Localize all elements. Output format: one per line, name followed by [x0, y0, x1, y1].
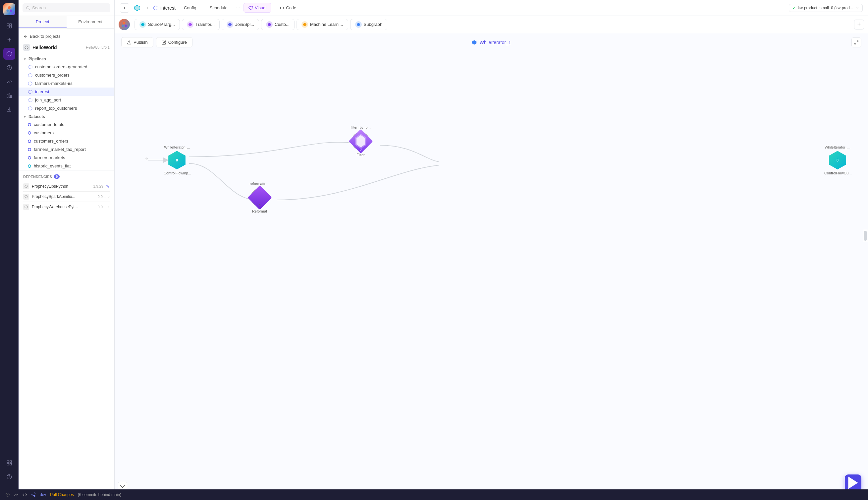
dep-expand-1[interactable]: › — [108, 194, 110, 199]
scroll-bar[interactable] — [864, 231, 867, 241]
dep-expand-2[interactable]: › — [108, 205, 110, 209]
sidebar-item-projects[interactable] — [3, 20, 15, 32]
sidebar-item-pipelines[interactable] — [3, 48, 15, 60]
project-version: HelloWorld/0.1 — [86, 45, 110, 49]
dep-icon-1 — [23, 194, 29, 200]
node-control-flow-output[interactable]: WhileIterator_... 0 ControlFlowOu... — [824, 145, 851, 175]
palette-custom-label: Custo... — [275, 22, 290, 27]
pipeline-item-join-agg-sort[interactable]: join_agg_sort — [19, 96, 114, 104]
sidebar-item-graph[interactable] — [3, 90, 15, 101]
dataset-item-customer-totals[interactable]: customer_totals — [19, 120, 114, 129]
tab-config[interactable]: Config — [179, 3, 201, 13]
pipelines-section-header[interactable]: ▼ Pipelines — [19, 55, 114, 62]
dataset-list: customer_totals customers customers_orde… — [19, 120, 114, 170]
pipeline-item-customers-orders[interactable]: customers_orders — [19, 71, 114, 79]
svg-rect-9 — [7, 95, 8, 98]
play-button[interactable] — [845, 475, 861, 491]
dataset-item-customers-orders[interactable]: customers_orders — [19, 137, 114, 145]
palette-ml[interactable]: Machine Learni... — [296, 19, 348, 30]
svg-marker-30 — [25, 206, 27, 208]
svg-line-63 — [33, 494, 34, 495]
back-icon — [23, 34, 28, 39]
search-input[interactable] — [32, 5, 107, 10]
join-split-icon — [227, 21, 233, 28]
palette-custom[interactable]: Custo... — [261, 19, 294, 30]
tab-visual[interactable]: Visual — [244, 3, 271, 13]
node-control-flow-input[interactable]: WhileIterator_... 0 ControlFlowInp... — [164, 145, 190, 175]
tab-environment[interactable]: Environment — [67, 16, 115, 28]
publish-button[interactable]: Publish — [121, 37, 153, 47]
dataset-item-farmers-markets[interactable]: farmers-markets — [19, 154, 114, 162]
pipeline-icon — [28, 81, 33, 86]
palette-transform[interactable]: Transfor... — [182, 19, 220, 30]
back-to-projects[interactable]: Back to projects — [19, 31, 114, 42]
tab-more[interactable]: ··· — [236, 5, 240, 11]
datasets-section-header[interactable]: ▼ Datasets — [19, 112, 114, 120]
sidebar-item-history[interactable] — [3, 62, 15, 73]
main-area: interest Config Schedule ··· Visual Code… — [115, 0, 868, 500]
tab-schedule[interactable]: Schedule — [205, 3, 233, 13]
custom-icon — [266, 21, 273, 28]
pipeline-item-interest[interactable]: interest — [19, 88, 114, 96]
palette-subgraph[interactable]: Subgraph — [350, 19, 387, 30]
dep-icon-2 — [23, 204, 29, 210]
datasets-label: Datasets — [28, 114, 45, 119]
publish-label: Publish — [133, 40, 148, 45]
dep-edit-0[interactable]: ✎ — [106, 184, 110, 189]
pull-changes[interactable]: Pull Changes — [50, 492, 73, 497]
palette-join-split[interactable]: Join/Spl... — [222, 19, 259, 30]
branch-name[interactable]: dev — [40, 492, 46, 497]
palette-source-target[interactable]: Source/Targ... — [134, 19, 180, 30]
nav-back-button[interactable] — [120, 3, 129, 13]
sidebar-item-add[interactable] — [3, 34, 15, 46]
code-label: Code — [286, 5, 296, 10]
sidebar-icons — [0, 0, 19, 500]
cluster-check-icon: ✓ — [793, 5, 796, 10]
node-filter[interactable]: filter_by_p... 0 Filter — [350, 125, 371, 157]
svg-rect-5 — [7, 26, 9, 28]
pipeline-name: join_agg_sort — [35, 98, 61, 102]
dataset-item-farmers-market-tax-report[interactable]: farmers_market_tax_report — [19, 145, 114, 154]
svg-line-62 — [33, 495, 34, 496]
node-output-bottom-label: ControlFlowOu... — [824, 171, 851, 175]
pipeline-item-farmers-markets-irs[interactable]: farmers-markets-irs — [19, 79, 114, 88]
pipeline-item-report-top-customers[interactable]: report_top_customers — [19, 104, 114, 112]
expand-button[interactable] — [852, 37, 861, 47]
svg-marker-26 — [28, 98, 32, 102]
svg-point-36 — [125, 24, 127, 26]
dataset-item-customers[interactable]: customers — [19, 129, 114, 137]
tab-code[interactable]: Code — [275, 3, 301, 13]
node-top-label: WhileIterator_... — [164, 145, 190, 149]
status-info-icon — [5, 492, 10, 497]
dep-version-0: 1.9.29 — [93, 184, 103, 188]
dependencies-count: 5 — [54, 174, 60, 179]
node-hex-wrap: 0 — [167, 150, 187, 170]
sidebar-item-grid[interactable] — [3, 457, 15, 469]
top-nav: interest Config Schedule ··· Visual Code… — [115, 0, 868, 16]
reformat-label-top: reformatte... — [250, 182, 269, 186]
svg-point-59 — [34, 493, 35, 494]
configure-button[interactable]: Configure — [156, 37, 192, 47]
pipeline-icon — [28, 65, 33, 69]
tab-project[interactable]: Project — [19, 16, 67, 28]
visual-label: Visual — [255, 5, 266, 10]
svg-point-34 — [123, 22, 125, 24]
node-reformat[interactable]: reformatte... 0 Reformat — [249, 182, 270, 213]
project-header: HelloWorld HelloWorld/0.1 — [19, 42, 114, 55]
svg-line-45 — [857, 41, 858, 42]
panel-body: Back to projects HelloWorld HelloWorld/0… — [19, 29, 114, 500]
cluster-selector[interactable]: ✓ kw-product_small_0 (kw-prod... — [789, 4, 863, 12]
dataset-circle-icon — [28, 148, 31, 151]
dep-item-1: ProphecySparkAbinitio... 0.0... › — [23, 192, 110, 202]
dep-item-2: ProphecyWarehousePyt... 0.0... › — [23, 202, 110, 212]
search-icon — [26, 5, 30, 10]
back-label: Back to projects — [30, 34, 61, 39]
pipeline-icon-active — [28, 90, 33, 94]
sidebar-item-monitor[interactable] — [3, 76, 15, 88]
pipeline-item-customer-orders-generated[interactable]: customer-orders-generated — [19, 62, 114, 71]
dataset-item-historic-events-flat[interactable]: historic_events_flat — [19, 162, 114, 170]
svg-marker-23 — [28, 73, 32, 77]
sidebar-item-help[interactable] — [3, 471, 15, 483]
palette-add-button[interactable]: + — [854, 20, 864, 30]
sidebar-item-download[interactable] — [3, 103, 15, 115]
